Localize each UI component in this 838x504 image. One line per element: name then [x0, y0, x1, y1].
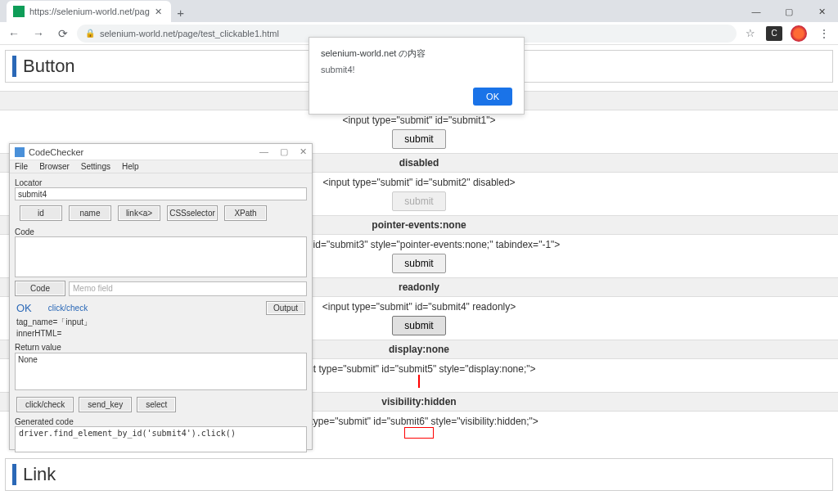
alert-message: submit4!: [321, 65, 512, 74]
action-select-button[interactable]: select: [137, 397, 176, 412]
close-icon[interactable]: ✕: [153, 6, 164, 17]
code-readonly: <input type="submit" id="submit4" readon…: [322, 301, 516, 313]
cc-minimize-button[interactable]: —: [259, 146, 268, 157]
submit3-button[interactable]: [392, 254, 445, 273]
loc-xpath-button[interactable]: XPath: [224, 205, 267, 221]
cc-title-text: CodeChecker: [29, 147, 259, 157]
status-clickcheck: click/check: [48, 304, 88, 313]
cc-close-button[interactable]: ✕: [300, 146, 307, 157]
action-clickcheck-button[interactable]: click/check: [16, 397, 74, 412]
return-textarea[interactable]: None: [15, 353, 307, 390]
cc-maximize-button[interactable]: ▢: [280, 146, 288, 157]
locator-buttons: id name link<a> CSSselector XPath: [15, 200, 307, 226]
code-visibility: ut type="submit" id="submit6" style="vis…: [300, 416, 538, 427]
extension-icon[interactable]: C: [766, 26, 782, 41]
return-label: Return value: [15, 343, 307, 352]
tagname-line: tag_name=「input」: [15, 317, 307, 328]
submit2-button: [392, 191, 445, 211]
generated-code-area[interactable]: driver.find_element_by_id('submit4').cli…: [15, 426, 307, 452]
code-label: Code: [15, 227, 307, 236]
loc-css-button[interactable]: CSSselector: [167, 205, 218, 221]
favicon-icon: [13, 6, 25, 17]
loc-name-button[interactable]: name: [69, 205, 111, 221]
action-sendkey-button[interactable]: send_key: [79, 397, 132, 412]
loc-link-button[interactable]: link<a>: [118, 205, 160, 221]
generated-label: Generated code: [15, 417, 307, 426]
code-nomal: <input type="submit" id="submit1">: [342, 115, 495, 126]
section-link-header: Link: [5, 458, 833, 491]
new-tab-button[interactable]: +: [171, 2, 191, 22]
menu-settings[interactable]: Settings: [81, 162, 110, 171]
alert-ok-button[interactable]: OK: [473, 88, 512, 106]
menu-icon[interactable]: ⋮: [813, 27, 835, 40]
js-alert: selenium-world.net の内容 submit4! OK: [309, 37, 525, 115]
heading-link: Link: [12, 464, 826, 485]
profile-icon[interactable]: [791, 25, 807, 42]
url-text: selenium-world.net/page/test_clickable1.…: [100, 29, 279, 38]
locator-input[interactable]: submit4: [15, 187, 307, 200]
output-button[interactable]: Output: [266, 301, 305, 315]
close-button[interactable]: ✕: [805, 1, 838, 22]
code-pointer: submit" id="submit3" style="pointer-even…: [278, 239, 561, 250]
forward-button[interactable]: →: [28, 24, 49, 43]
submit4-button[interactable]: [392, 316, 445, 335]
menu-browser[interactable]: Browser: [39, 162, 70, 171]
window-controls: — ▢ ✕: [740, 1, 838, 22]
reload-button[interactable]: ⟳: [52, 24, 74, 43]
menu-file[interactable]: File: [15, 162, 28, 171]
submit1-button[interactable]: [392, 129, 445, 149]
maximize-button[interactable]: ▢: [773, 1, 805, 22]
menu-help[interactable]: Help: [122, 162, 139, 171]
back-button[interactable]: ←: [3, 24, 25, 43]
code-textarea[interactable]: [15, 236, 307, 277]
codechecker-window: CodeChecker — ▢ ✕ File Browser Settings …: [9, 143, 313, 450]
displaynone-marker: [418, 375, 420, 388]
locator-label: Locator: [15, 178, 307, 187]
status-ok: OK: [16, 302, 32, 314]
visibility-marker: [404, 427, 434, 439]
bookmark-icon[interactable]: ☆: [740, 27, 761, 39]
lock-icon: 🔒: [85, 29, 95, 38]
memo-input[interactable]: Memo field: [69, 281, 307, 296]
cc-menubar: File Browser Settings Help: [10, 160, 312, 173]
alert-title: selenium-world.net の内容: [321, 47, 512, 60]
code-displaynone: put type="submit" id="submit5" style="di…: [302, 363, 535, 375]
innerhtml-line: innerHTML=: [15, 328, 307, 340]
tab-title: https://selenium-world.net/pag: [29, 7, 150, 16]
app-icon: [15, 147, 25, 157]
minimize-button[interactable]: —: [740, 1, 773, 22]
cc-titlebar[interactable]: CodeChecker — ▢ ✕: [10, 144, 312, 160]
loc-id-button[interactable]: id: [20, 205, 62, 221]
code-button[interactable]: Code: [15, 281, 65, 296]
browser-tab-strip: https://selenium-world.net/pag ✕ + — ▢ ✕: [0, 0, 838, 22]
browser-tab[interactable]: https://selenium-world.net/pag ✕: [7, 1, 171, 22]
code-disabled: <input type="submit" id="submit2" disabl…: [322, 177, 515, 188]
